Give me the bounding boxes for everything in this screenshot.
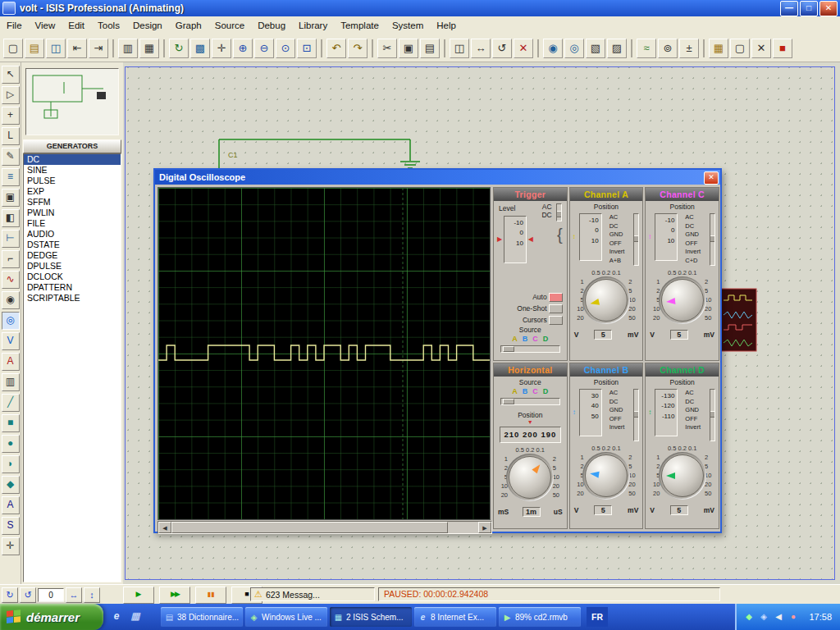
- virtual-instruments-icon[interactable]: ▥: [2, 373, 20, 391]
- mirror-horizontal-button[interactable]: ↔: [66, 587, 82, 603]
- rotate-clockwise-button[interactable]: ↻: [2, 587, 18, 603]
- tape-recorder-icon[interactable]: ◉: [2, 291, 20, 309]
- graphics-symbol-icon[interactable]: S: [2, 517, 20, 535]
- channel-c-position-slider[interactable]: ↕ -10 0 10: [649, 213, 683, 261]
- block-rotate-icon[interactable]: ↺: [492, 39, 512, 58]
- horizontal-timebase-knob[interactable]: 0.5 0.2 0.1 1 2 5 10 20 2 5 10 20 50 mS …: [494, 445, 567, 529]
- generator-item-dc[interactable]: DC: [24, 154, 121, 165]
- block-copy-icon[interactable]: ◫: [450, 39, 469, 58]
- generator-item-dpulse[interactable]: DPULSE: [24, 261, 121, 272]
- redo-icon[interactable]: ↷: [348, 39, 368, 58]
- trigger-cursors-button[interactable]: [549, 316, 563, 325]
- oscilloscope-titlebar[interactable]: Digital Oscilloscope ✕: [155, 170, 720, 185]
- tray-volume-icon[interactable]: ◀: [773, 611, 784, 623]
- menu-file[interactable]: File: [0, 16, 29, 34]
- paste-icon[interactable]: ▤: [420, 39, 440, 58]
- channel-c-coupling-slider[interactable]: [710, 213, 715, 266]
- play-button[interactable]: ▶: [123, 587, 154, 604]
- mark-output-area-icon[interactable]: ▦: [139, 39, 159, 58]
- generator-item-scriptable[interactable]: SCRIPTABLE: [24, 293, 121, 304]
- print-icon[interactable]: ▥: [118, 39, 138, 58]
- pause-button[interactable]: ▮▮: [195, 587, 226, 604]
- trigger-coupling-slider[interactable]: [556, 203, 562, 221]
- scroll-track[interactable]: [448, 522, 478, 533]
- rotate-anticlockwise-button[interactable]: ↺: [20, 587, 36, 603]
- open-design-icon[interactable]: ▤: [25, 39, 44, 58]
- save-design-icon[interactable]: ◫: [46, 39, 66, 58]
- generator-item-pulse[interactable]: PULSE: [24, 176, 121, 186]
- wire-autorouter-icon[interactable]: ≈: [637, 39, 656, 58]
- generator-item-dpattern[interactable]: DPATTERN: [24, 282, 121, 293]
- generator-item-file[interactable]: FILE: [24, 218, 121, 229]
- quicklaunch-show-desktop-icon[interactable]: ▦: [127, 608, 144, 624]
- channel-b-gain-knob[interactable]: 0.5 0.2 0.1 1 2 5 10 20 2 5 10 20 50 V 5…: [570, 444, 643, 527]
- text-script-icon[interactable]: ✎: [2, 148, 20, 166]
- make-device-icon[interactable]: ◎: [564, 39, 584, 58]
- mirror-vertical-button[interactable]: ↕: [84, 587, 100, 603]
- generator-item-exp[interactable]: EXP: [24, 186, 121, 197]
- menu-help[interactable]: Help: [430, 16, 463, 34]
- oscilloscope-scrollbar[interactable]: ◀ ▶: [158, 521, 492, 534]
- channel-a-coupling-slider[interactable]: [633, 213, 639, 266]
- graphics-text-icon[interactable]: A: [2, 496, 20, 514]
- menu-system[interactable]: System: [386, 16, 430, 34]
- maximize-button[interactable]: □: [800, 1, 818, 16]
- generator-mode-icon[interactable]: ◎: [2, 312, 20, 330]
- app-titlebar[interactable]: volt - ISIS Professional (Animating) — □…: [0, 0, 840, 16]
- schematic-overview[interactable]: [25, 68, 119, 135]
- graph-mode-icon[interactable]: ∿: [2, 271, 20, 289]
- trigger-level-slider[interactable]: ▶ -10 0 10 ◀: [498, 216, 532, 263]
- graphics-line-icon[interactable]: ╱: [2, 394, 20, 412]
- import-section-icon[interactable]: ⇤: [67, 39, 87, 58]
- scroll-left-arrow[interactable]: ◀: [158, 522, 171, 533]
- voltage-probe-icon[interactable]: V: [2, 332, 20, 350]
- terminal-mode-icon[interactable]: ⊢: [2, 230, 20, 248]
- subcircuit-icon[interactable]: ▣: [2, 189, 20, 207]
- packaging-tool-icon[interactable]: ▧: [586, 39, 605, 58]
- graphics-path-icon[interactable]: ◆: [2, 476, 20, 494]
- scroll-thumb[interactable]: [171, 522, 448, 533]
- marker-mode-icon[interactable]: ✛: [2, 537, 20, 555]
- generator-item-audio[interactable]: AUDIO: [24, 229, 121, 240]
- menu-debug[interactable]: Debug: [251, 16, 292, 34]
- menu-library[interactable]: Library: [292, 16, 334, 34]
- minimize-button[interactable]: —: [780, 1, 798, 16]
- horizontal-source-slider[interactable]: [500, 398, 560, 405]
- current-probe-icon[interactable]: A: [2, 353, 20, 371]
- cut-icon[interactable]: ✂: [377, 39, 397, 58]
- generator-item-dstate[interactable]: DSTATE: [24, 240, 121, 250]
- zoom-out-icon[interactable]: ⊖: [254, 39, 274, 58]
- trigger-auto-button[interactable]: [549, 293, 563, 302]
- generator-item-pwlin[interactable]: PWLIN: [24, 208, 121, 218]
- menu-template[interactable]: Template: [334, 16, 386, 34]
- tray-messenger-icon[interactable]: ◈: [758, 611, 769, 623]
- refresh-display-icon[interactable]: ↻: [169, 39, 189, 58]
- bus-mode-icon[interactable]: ≡: [2, 168, 20, 186]
- generator-item-sffm[interactable]: SFFM: [24, 197, 121, 208]
- oscilloscope-close-button[interactable]: ✕: [704, 171, 719, 185]
- taskbar-task-media-player[interactable]: ▶ 89% cd2.rmvb: [499, 607, 581, 627]
- graphics-box-icon[interactable]: ■: [2, 414, 20, 432]
- menu-design[interactable]: Design: [126, 16, 169, 34]
- toggle-grid-icon[interactable]: ▩: [190, 39, 210, 58]
- channel-d-position-slider[interactable]: ↕ -130 -120 -110: [649, 389, 683, 436]
- zoom-all-icon[interactable]: ⊙: [276, 39, 295, 58]
- search-tags-icon[interactable]: ⊚: [658, 39, 678, 58]
- menu-edit[interactable]: Edit: [62, 16, 91, 34]
- junction-dot-icon[interactable]: +: [2, 107, 20, 125]
- channel-a-position-slider[interactable]: ↕ -10 0 10: [573, 213, 608, 261]
- horizontal-position-display[interactable]: 210 200 190: [500, 427, 561, 443]
- close-button[interactable]: ✕: [819, 1, 838, 16]
- channel-a-gain-knob[interactable]: 0.5 0.2 0.1 1 2 5 10 20 2 5 10 20 50 V 5…: [570, 268, 643, 352]
- graphics-arc-icon[interactable]: ◗: [2, 455, 20, 473]
- device-pin-icon[interactable]: ⌐: [2, 250, 20, 268]
- channel-d-coupling-slider[interactable]: [710, 389, 715, 441]
- generator-item-dclock[interactable]: DCLOCK: [24, 272, 121, 282]
- block-move-icon[interactable]: ↔: [471, 39, 491, 58]
- undo-icon[interactable]: ↶: [326, 39, 346, 58]
- step-button[interactable]: ▶▶: [159, 587, 190, 604]
- remove-sheet-icon[interactable]: ✕: [751, 39, 771, 58]
- decompose-icon[interactable]: ▨: [607, 39, 627, 58]
- channel-b-position-slider[interactable]: ↕ 30 40 50: [573, 389, 608, 436]
- export-section-icon[interactable]: ⇥: [89, 39, 108, 58]
